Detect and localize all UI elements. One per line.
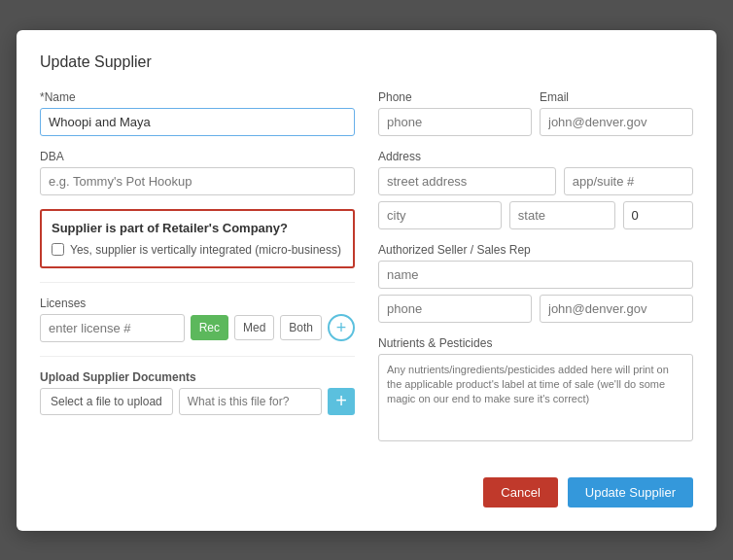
licenses-row: Rec Med Both + [40,314,355,342]
name-input[interactable] [40,108,355,136]
phone-group: Phone [378,90,532,136]
update-supplier-modal: Update Supplier *Name DBA Supplier is pa… [17,30,716,531]
left-column: *Name DBA Supplier is part of Retailer's… [40,90,355,458]
nutrients-textarea[interactable] [378,354,693,441]
nutrients-label: Nutrients & Pesticides [378,336,693,350]
dba-field-group: DBA [40,150,355,195]
sales-rep-group: Authorized Seller / Sales Rep [378,243,693,323]
cancel-button[interactable]: Cancel [483,477,557,508]
phone-input[interactable] [378,108,532,136]
rep-email-input[interactable] [540,295,693,323]
modal-title: Update Supplier [40,53,693,71]
email-group: Email [540,90,693,136]
upload-add-button[interactable]: + [328,388,355,415]
modal-footer: Cancel Update Supplier [40,477,693,508]
state-input[interactable] [509,201,615,229]
license-input[interactable] [40,314,185,342]
retailer-checkbox-label: Yes, supplier is vertically integrated (… [70,243,341,257]
divider-1 [40,282,355,283]
licenses-section: Licenses Rec Med Both + [40,297,355,342]
sales-rep-label: Authorized Seller / Sales Rep [378,243,693,257]
med-button[interactable]: Med [234,315,274,340]
dba-label: DBA [40,150,355,163]
rep-name-input[interactable] [378,261,693,289]
add-license-button[interactable]: + [328,314,355,341]
retailer-checkbox[interactable] [52,243,64,256]
retailer-checkbox-row: Yes, supplier is vertically integrated (… [52,243,343,257]
street-input[interactable] [378,167,556,195]
modal-overlay: Update Supplier *Name DBA Supplier is pa… [0,0,733,560]
address-label: Address [378,150,693,163]
nutrients-group: Nutrients & Pesticides [378,336,693,444]
address-row1 [378,167,693,195]
rep-contact-row [378,295,693,323]
address-row2 [378,201,693,229]
city-input[interactable] [378,201,502,229]
upload-row: Select a file to upload + [40,388,355,415]
name-label: *Name [40,90,355,104]
right-column: Phone Email Address [378,90,693,458]
both-button[interactable]: Both [280,315,322,340]
divider-2 [40,356,355,357]
phone-email-row: Phone Email [378,90,693,136]
update-supplier-button[interactable]: Update Supplier [568,477,693,508]
retailer-box-title: Supplier is part of Retailer's Company? [52,221,343,235]
upload-label: Upload Supplier Documents [40,370,355,384]
rec-button[interactable]: Rec [191,315,228,340]
file-description-input[interactable] [179,388,322,415]
retailer-box: Supplier is part of Retailer's Company? … [40,209,355,268]
select-file-button[interactable]: Select a file to upload [40,388,173,415]
email-label: Email [540,90,693,104]
name-field-group: *Name [40,90,355,136]
dba-input[interactable] [40,167,355,195]
phone-email-group: Phone Email [378,90,693,136]
rep-phone-input[interactable] [378,295,532,323]
upload-section: Upload Supplier Documents Select a file … [40,370,355,415]
licenses-label: Licenses [40,297,355,310]
address-group: Address [378,150,693,229]
email-input[interactable] [540,108,693,136]
zip-input[interactable] [623,201,693,229]
apt-input[interactable] [564,167,693,195]
phone-label: Phone [378,90,532,104]
